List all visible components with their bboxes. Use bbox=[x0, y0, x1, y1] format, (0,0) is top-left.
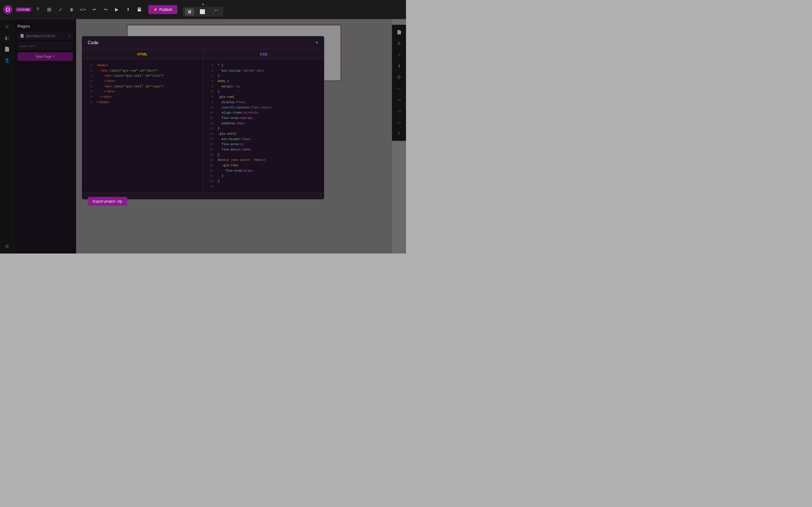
html-line-6: 6 </div> bbox=[87, 89, 199, 94]
desktop-device-button[interactable]: 🖥 bbox=[185, 8, 194, 15]
tablet-device-button[interactable]: ⬜ bbox=[197, 8, 207, 15]
css-line-15: 15 min-height:75px; bbox=[208, 136, 320, 142]
version-badge: v1.0.0-alfa bbox=[16, 8, 31, 11]
resize-handle: ▲ bbox=[202, 2, 204, 6]
css-tab-header[interactable]: CSS bbox=[203, 49, 324, 59]
toolbar-center: ▲ 🖥 ⬜ 📱 bbox=[183, 2, 223, 17]
css-line-11: 11 flex-wrap:nowrap; bbox=[208, 115, 320, 121]
code-modal: Code × HTML 1 <body> 2 <div class="gjs-r… bbox=[82, 36, 324, 200]
publish-label: Publish bbox=[159, 7, 172, 12]
css-line-17: 17 flex-basis:100%; bbox=[208, 147, 320, 152]
save-button[interactable]: 💾 bbox=[135, 5, 144, 14]
css-line-8: 8 display:flex; bbox=[208, 100, 320, 105]
mobile-device-button[interactable]: 📱 bbox=[211, 8, 221, 15]
modal-overlay: Code × HTML 1 <body> 2 <div class="gjs-r… bbox=[0, 19, 406, 253]
html-line-3: 3 <div class="gjs-cell" id="iv1i"> bbox=[87, 73, 199, 78]
modal-header: Code × bbox=[82, 36, 324, 49]
html-line-4: 4 </div> bbox=[87, 78, 199, 84]
html-line-1: 1 <body> bbox=[87, 63, 199, 68]
html-line-5: 5 <div class="gjs-cell" id="iuus"> bbox=[87, 84, 199, 89]
css-line-22: 22 } bbox=[208, 173, 320, 179]
preview-button[interactable]: ▶ bbox=[112, 5, 121, 14]
help-button[interactable]: ? bbox=[33, 5, 42, 14]
css-line-21: 21 flex-wrap:wrap; bbox=[208, 168, 320, 173]
logo-button[interactable] bbox=[3, 5, 12, 14]
undo-button[interactable]: ↩ bbox=[90, 5, 99, 14]
css-line-5: 5 margin: 0; bbox=[208, 84, 320, 89]
css-line-10: 10 align-items:stretch; bbox=[208, 110, 320, 115]
html-line-8: 8 </body> bbox=[87, 100, 199, 105]
redo-button[interactable]: ↪ bbox=[101, 5, 110, 14]
css-line-4: 4 body { bbox=[208, 78, 320, 84]
css-line-13: 13 } bbox=[208, 126, 320, 131]
html-tab-pane: HTML 1 <body> 2 <div class="gjs-row" id=… bbox=[82, 49, 203, 193]
delete-button[interactable]: 🗑 bbox=[67, 5, 76, 14]
css-line-23: 23 } bbox=[208, 179, 320, 184]
device-switcher: 🖥 ⬜ 📱 bbox=[183, 7, 223, 17]
css-line-6: 6 } bbox=[208, 89, 320, 94]
modal-tabs: HTML 1 <body> 2 <div class="gjs-row" id=… bbox=[82, 49, 324, 193]
css-code-content: 1 * { 2 box-sizing: border-box; 3 } 4 bo… bbox=[203, 59, 324, 193]
code-button[interactable]: </> bbox=[79, 5, 87, 14]
html-code-content: 1 <body> 2 <div class="gjs-row" id="ikv4… bbox=[82, 59, 203, 193]
publish-button[interactable]: ⚡ Publish bbox=[148, 5, 177, 14]
export-button[interactable]: Export project .zip bbox=[88, 197, 127, 206]
publish-icon: ⚡ bbox=[153, 8, 158, 11]
css-line-9: 9 justify-content:flex-start; bbox=[208, 105, 320, 110]
upload-button[interactable]: ⬆ bbox=[123, 5, 133, 14]
blocks-button[interactable]: ⊞ bbox=[45, 5, 54, 14]
css-line-12: 12 padding:10px; bbox=[208, 121, 320, 126]
modal-footer: Export project .zip bbox=[82, 193, 324, 210]
modal-close-button[interactable]: × bbox=[315, 40, 318, 46]
modal-title: Code bbox=[88, 40, 98, 45]
css-tab-pane: CSS 1 * { 2 box-sizing: border-box; 3 } bbox=[203, 49, 324, 193]
css-line-20: 20 .gjs-row{ bbox=[208, 163, 320, 168]
css-line-7: 7 .gjs-row{ bbox=[208, 94, 320, 100]
html-line-7: 7 </div> bbox=[87, 94, 199, 100]
fullscreen-button[interactable]: ⤢ bbox=[56, 5, 65, 14]
css-line-3: 3 } bbox=[208, 73, 320, 78]
css-line-1: 1 * { bbox=[208, 63, 320, 68]
css-line-24: 24 bbox=[208, 184, 320, 189]
top-toolbar: v1.0.0-alfa ? ⊞ ⤢ 🗑 </> ↩ ↪ ▶ ⬆ 💾 ⚡ Publ… bbox=[0, 0, 406, 19]
css-line-18: 18 } bbox=[208, 152, 320, 158]
html-line-2: 2 <div class="gjs-row" id="ikv4"> bbox=[87, 68, 199, 73]
css-line-2: 2 box-sizing: border-box; bbox=[208, 68, 320, 73]
logo-icon bbox=[6, 8, 10, 11]
css-line-19: 19 @media (max-width: 768px){ bbox=[208, 158, 320, 163]
css-line-16: 16 flex-grow:1; bbox=[208, 142, 320, 147]
toolbar-left: v1.0.0-alfa ? ⊞ ⤢ 🗑 </> ↩ ↪ ▶ ⬆ 💾 ⚡ Publ… bbox=[3, 5, 177, 14]
css-line-14: 14 .gjs-cell{ bbox=[208, 131, 320, 136]
html-tab-header[interactable]: HTML bbox=[82, 49, 203, 59]
